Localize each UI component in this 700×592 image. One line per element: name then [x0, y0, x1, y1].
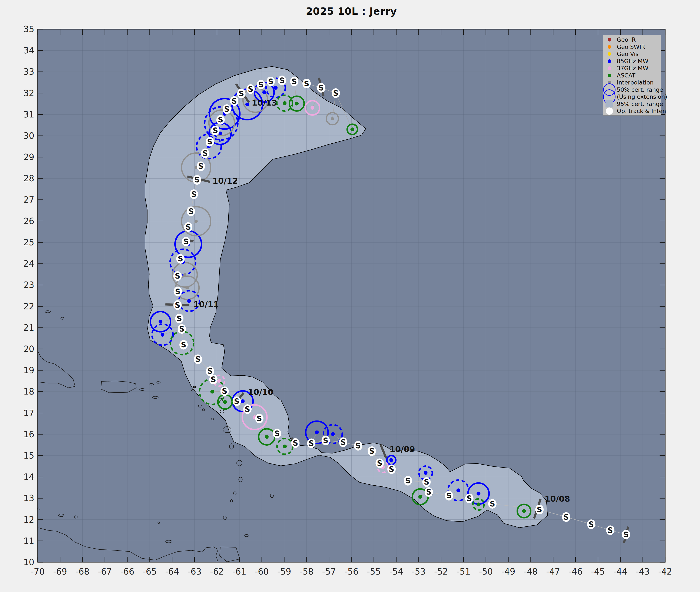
y-tick-label: 11: [23, 536, 34, 546]
legend-label: ASCAT: [617, 72, 635, 79]
y-tick-label: 27: [23, 195, 34, 205]
intensity-label: S: [222, 387, 227, 395]
date-label: 10/12: [212, 176, 238, 186]
fix-dot-85ghz: [315, 431, 319, 434]
dot-swatch: [608, 52, 611, 56]
track-map-plot: SSSSSSSSSSSSSSSSSSSSSSSSSSSSSSSSSSSSSSSS…: [0, 0, 700, 592]
intensity-label: S: [188, 207, 194, 215]
y-tick-label: 25: [23, 238, 34, 247]
fix-dot-ascat: [350, 128, 354, 131]
intensity-label: S: [446, 491, 452, 500]
intensity-label: S: [175, 301, 180, 309]
hurricane-fix-plot-page: { "title": "2025 10L : Jerry", "colors":…: [0, 0, 700, 592]
fix-dot-37ghz: [217, 379, 221, 383]
y-tick-label: 12: [23, 515, 34, 525]
legend-item-op-track-inten: Op. track & Inten: [603, 107, 661, 115]
intensity-label: S: [333, 89, 338, 97]
figure: 2025 10L : Jerry SSSSSSSSSSSSSSSSSSSSSSS…: [0, 0, 700, 592]
fix-dot-85ghz: [187, 299, 191, 303]
x-tick-label: -54: [389, 567, 403, 577]
fix-dot-ascat: [283, 101, 287, 105]
x-tick-label: -61: [233, 567, 246, 577]
fix-dot-85ghz: [262, 90, 266, 94]
legend-label: Op. track & Inten: [617, 108, 666, 114]
intensity-label: S: [175, 272, 180, 280]
fix-dot-ascat: [265, 435, 268, 439]
legend-swatch-icon: [603, 50, 615, 58]
intensity-label: S: [426, 488, 432, 496]
intensity-label: S: [207, 367, 213, 376]
intensity-label: S: [207, 138, 212, 146]
intensity-label: S: [537, 505, 542, 514]
intensity-label: S: [181, 341, 186, 349]
intensity-label: S: [245, 405, 250, 413]
date-label: 10/11: [194, 300, 219, 309]
intensity-label: S: [183, 237, 189, 246]
x-tick-label: -59: [277, 567, 291, 577]
intensity-label: S: [309, 439, 314, 447]
legend-item-geo-vis: Geo Vis: [603, 50, 661, 58]
x-tick-label: -58: [300, 567, 313, 577]
x-tick-label: -67: [98, 567, 112, 577]
legend-swatch-icon: [603, 72, 615, 79]
intensity-label: S: [257, 414, 262, 423]
intensity-label: S: [195, 355, 200, 363]
intensity-label: S: [268, 77, 273, 86]
legend-swatch-icon: [603, 107, 615, 115]
y-tick-label: 33: [23, 67, 34, 77]
fix-dot-85ghz: [245, 103, 249, 106]
intensity-label: S: [239, 89, 244, 98]
legend-label: Geo Vis: [617, 51, 639, 57]
x-tick-label: -52: [434, 567, 448, 577]
y-tick-label: 13: [23, 493, 34, 503]
intensity-label: S: [179, 325, 184, 333]
y-tick-label: 32: [23, 88, 34, 98]
y-tick-label: 26: [23, 216, 34, 226]
legend-swatch-icon: [603, 58, 615, 65]
y-tick-label: 22: [23, 301, 34, 311]
x-tick-label: -68: [76, 567, 89, 577]
legend-swatch-icon: [603, 93, 615, 100]
x-tick-label: -64: [165, 567, 179, 577]
legend-item-using-extension: (Using extension): [603, 93, 661, 100]
intensity-label: S: [563, 513, 569, 521]
fix-dot-ascat: [210, 390, 214, 393]
y-tick-label: 30: [23, 131, 34, 141]
fix-dot-85ghz: [161, 333, 164, 337]
y-tick-label: 23: [23, 280, 34, 290]
intensity-label: S: [177, 314, 182, 323]
y-tick-label: 20: [23, 344, 34, 354]
y-tick-label: 15: [23, 451, 34, 460]
legend-label: 85GHz MW: [617, 58, 648, 64]
intensity-label: S: [191, 190, 196, 199]
x-tick-label: -50: [479, 567, 493, 577]
x-tick-label: -43: [636, 567, 650, 577]
date-label: 10/10: [248, 387, 273, 397]
x-tick-label: -51: [456, 567, 470, 577]
legend-item-37ghz-mw: 37GHz MW: [603, 65, 661, 72]
x-tick-label: -70: [31, 567, 45, 577]
fix-dot-ascat: [477, 503, 480, 506]
intensity-label: S: [490, 500, 495, 508]
intensity-label: S: [466, 494, 472, 503]
intensity-label: S: [232, 97, 237, 105]
intensity-label: S: [178, 254, 183, 263]
white-dot-swatch: [606, 107, 613, 115]
intensity-label: S: [186, 223, 191, 231]
x-tick-label: -57: [322, 567, 336, 577]
y-tick-label: 24: [23, 259, 34, 268]
intensity-label: S: [608, 526, 613, 535]
date-label: 10/13: [252, 98, 277, 107]
legend-item-ascat: ASCAT: [603, 72, 661, 79]
x-tick-label: -55: [367, 567, 381, 577]
intensity-label: S: [279, 76, 285, 85]
fix-dot-85ghz: [241, 399, 245, 403]
legend-item-geo-ir: Geo IR: [603, 36, 661, 43]
y-tick-label: 29: [23, 152, 34, 162]
fix-dot-37ghz: [310, 106, 314, 110]
y-tick-label: 16: [23, 430, 34, 439]
legend: Geo IRGeo SWIRGeo Vis85GHz MW37GHz MWASC…: [603, 35, 661, 115]
fix-dot-85ghz: [274, 86, 278, 90]
fix-dot-85ghz: [477, 492, 480, 495]
legend-item-95-cert-range: 95% cert. range: [603, 100, 661, 108]
